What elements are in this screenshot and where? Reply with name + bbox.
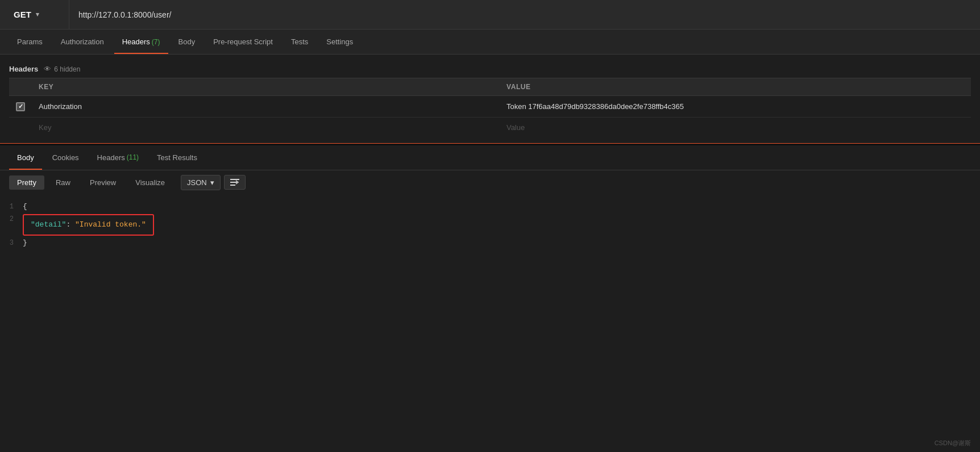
col-key-header: KEY (32, 78, 500, 96)
headers-badge: (7) (152, 38, 160, 46)
resp-tab-body[interactable]: Body (9, 145, 42, 170)
format-visualize-button[interactable]: Visualize (127, 175, 173, 190)
table-placeholder-row: Key Value (9, 117, 971, 137)
table-header-row: KEY VALUE (9, 78, 971, 96)
response-tabs: Body Cookies Headers(11) Test Results (0, 145, 980, 170)
tab-params[interactable]: Params (9, 30, 51, 54)
tab-settings[interactable]: Settings (318, 30, 361, 54)
response-toolbar: Pretty Raw Preview Visualize JSON ▾ (0, 170, 980, 195)
headers-section: Headers 👁 6 hidden KEY VALUE Authorizati… (0, 55, 980, 137)
line-num-1: 1 (0, 200, 23, 212)
wrap-button[interactable] (224, 175, 246, 190)
json-format-label: JSON (187, 178, 207, 187)
tab-tests[interactable]: Tests (283, 30, 316, 54)
format-preview-button[interactable]: Preview (82, 175, 124, 190)
code-line-3: 3 } (0, 237, 980, 249)
tab-body[interactable]: Body (171, 30, 204, 54)
format-raw-button[interactable]: Raw (48, 175, 78, 190)
json-key: "detail" (31, 220, 66, 229)
json-chevron-icon: ▾ (210, 178, 214, 187)
resp-tab-cookies[interactable]: Cookies (44, 145, 87, 170)
line-num-2: 2 (0, 213, 23, 225)
headers-table: KEY VALUE Authorization Token 17f6aa48d7… (9, 78, 971, 137)
tab-headers[interactable]: Headers(7) (114, 30, 168, 54)
eye-icon: 👁 (44, 65, 51, 73)
method-selector[interactable]: GET ▾ (7, 0, 69, 29)
highlight-box: "detail": "Invalid token." (23, 214, 154, 236)
row-value-cell[interactable]: Token 17f6aa48d79db9328386da0dee2fe738ff… (500, 96, 971, 118)
line-num-3: 3 (0, 237, 23, 249)
method-chevron-icon: ▾ (36, 11, 39, 18)
row-value: Token 17f6aa48d79db9328386da0dee2fe738ff… (506, 102, 684, 111)
placeholder-value: Value (506, 123, 525, 132)
col-checkbox-header (9, 78, 32, 96)
placeholder-value-cell[interactable]: Value (500, 117, 971, 137)
watermark: CSDN@谢斯 (935, 439, 971, 447)
row-checkbox[interactable] (16, 102, 25, 111)
format-pretty-button[interactable]: Pretty (9, 175, 44, 190)
placeholder-checkbox-cell (9, 117, 32, 137)
hidden-badge: 👁 6 hidden (44, 65, 80, 73)
response-section: Body Cookies Headers(11) Test Results Pr… (0, 145, 980, 255)
resp-tab-headers[interactable]: Headers(11) (89, 145, 147, 170)
json-value: "Invalid token." (75, 220, 146, 229)
code-area: 1 { 2 "detail": "Invalid token." 3 } (0, 195, 980, 255)
resp-headers-badge: (11) (127, 153, 139, 161)
line-content-1: { (23, 200, 980, 213)
line-content-3: } (23, 237, 980, 249)
url-bar: GET ▾ (0, 0, 980, 30)
open-brace: { (23, 202, 27, 211)
close-brace: } (23, 238, 27, 247)
row-key-cell[interactable]: Authorization (32, 96, 500, 118)
headers-section-label: Headers (9, 65, 38, 73)
line-content-2: "detail": "Invalid token." (23, 213, 980, 237)
tab-authorization[interactable]: Authorization (53, 30, 112, 54)
tab-pre-request[interactable]: Pre-request Script (205, 30, 281, 54)
placeholder-key-cell[interactable]: Key (32, 117, 500, 137)
request-tabs: Params Authorization Headers(7) Body Pre… (0, 30, 980, 55)
row-key: Authorization (39, 102, 82, 111)
method-label: GET (14, 10, 31, 19)
resp-tab-test-results[interactable]: Test Results (149, 145, 205, 170)
headers-label-row: Headers 👁 6 hidden (9, 60, 971, 78)
wrap-icon (230, 178, 240, 186)
json-colon: : (66, 220, 70, 229)
code-line-1: 1 { (0, 200, 980, 213)
url-input[interactable] (69, 10, 973, 19)
code-line-2: 2 "detail": "Invalid token." (0, 213, 980, 237)
table-row: Authorization Token 17f6aa48d79db9328386… (9, 96, 971, 118)
json-format-select[interactable]: JSON ▾ (181, 175, 221, 190)
col-value-header: VALUE (500, 78, 971, 96)
placeholder-key: Key (39, 123, 51, 132)
hidden-count: 6 hidden (54, 65, 80, 73)
row-checkbox-cell[interactable] (9, 96, 32, 118)
